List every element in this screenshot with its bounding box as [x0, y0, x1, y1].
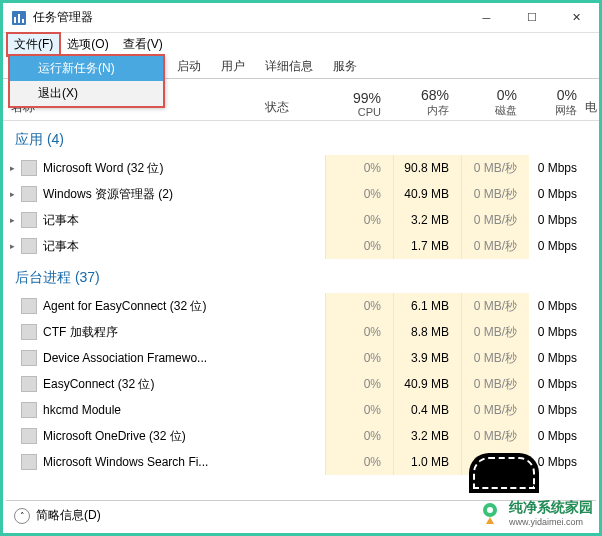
- cell-memory: 1.0 MB: [393, 449, 461, 475]
- col-network[interactable]: 0%网络: [529, 87, 585, 120]
- cell-network: 0 Mbps: [529, 207, 585, 233]
- table-row[interactable]: Device Association Framewo...0%3.9 MB0 M…: [3, 345, 599, 371]
- cell-disk: 0 MB/秒: [461, 233, 529, 259]
- menu-options[interactable]: 选项(O): [60, 33, 115, 56]
- table-row[interactable]: ▸记事本0%1.7 MB0 MB/秒0 Mbps: [3, 233, 599, 259]
- cell-cpu: 0%: [325, 449, 393, 475]
- expand-icon[interactable]: ▸: [3, 215, 21, 225]
- cell-memory: 3.9 MB: [393, 345, 461, 371]
- cell-cpu: 0%: [325, 423, 393, 449]
- process-icon: [21, 402, 37, 418]
- menu-item-run-new-task[interactable]: 运行新任务(N): [10, 56, 163, 81]
- expand-icon[interactable]: ▸: [3, 189, 21, 199]
- section-apps: 应用 (4): [3, 121, 599, 155]
- cell-network: 0 Mbps: [529, 397, 585, 423]
- process-name: CTF 加载程序: [43, 324, 265, 341]
- cell-cpu: 0%: [325, 181, 393, 207]
- menu-view[interactable]: 查看(V): [116, 33, 170, 56]
- process-name: Device Association Framewo...: [43, 351, 265, 365]
- cell-disk: 0 MB/秒: [461, 345, 529, 371]
- cell-cpu: 0%: [325, 155, 393, 181]
- cell-memory: 3.2 MB: [393, 207, 461, 233]
- cell-network: 0 Mbps: [529, 233, 585, 259]
- cell-memory: 6.1 MB: [393, 293, 461, 319]
- table-row[interactable]: ▸记事本0%3.2 MB0 MB/秒0 Mbps: [3, 207, 599, 233]
- cell-memory: 1.7 MB: [393, 233, 461, 259]
- close-button[interactable]: ✕: [554, 3, 599, 32]
- svg-point-5: [487, 507, 493, 513]
- menu-item-exit[interactable]: 退出(X): [10, 81, 163, 106]
- table-row[interactable]: ▸Windows 资源管理器 (2)0%40.9 MB0 MB/秒0 Mbps: [3, 181, 599, 207]
- window-controls: ─ ☐ ✕: [464, 3, 599, 32]
- cell-memory: 3.2 MB: [393, 423, 461, 449]
- cell-disk: 0 MB/秒: [461, 207, 529, 233]
- col-disk[interactable]: 0%磁盘: [461, 87, 529, 120]
- fewer-details-label[interactable]: 简略信息(D): [36, 507, 101, 524]
- table-row[interactable]: CTF 加载程序0%8.8 MB0 MB/秒0 Mbps: [3, 319, 599, 345]
- minimize-button[interactable]: ─: [464, 3, 509, 32]
- svg-rect-2: [18, 14, 20, 23]
- menu-file[interactable]: 文件(F): [7, 33, 60, 56]
- cell-cpu: 0%: [325, 293, 393, 319]
- cell-memory: 8.8 MB: [393, 319, 461, 345]
- cell-memory: 90.8 MB: [393, 155, 461, 181]
- process-name: 记事本: [43, 238, 265, 255]
- tab-startup[interactable]: 启动: [167, 55, 211, 78]
- section-background: 后台进程 (37): [3, 259, 599, 293]
- cell-network: 0 Mbps: [529, 293, 585, 319]
- col-status[interactable]: 状态: [265, 99, 325, 120]
- cell-cpu: 0%: [325, 233, 393, 259]
- cell-memory: 40.9 MB: [393, 181, 461, 207]
- process-name: Agent for EasyConnect (32 位): [43, 298, 265, 315]
- cell-disk: 0 MB/秒: [461, 397, 529, 423]
- tab-services[interactable]: 服务: [323, 55, 367, 78]
- tab-users[interactable]: 用户: [211, 55, 255, 78]
- cell-memory: 40.9 MB: [393, 371, 461, 397]
- cell-cpu: 0%: [325, 319, 393, 345]
- cell-cpu: 0%: [325, 397, 393, 423]
- table-row[interactable]: EasyConnect (32 位)0%40.9 MB0 MB/秒0 Mbps: [3, 371, 599, 397]
- table-row[interactable]: Agent for EasyConnect (32 位)0%6.1 MB0 MB…: [3, 293, 599, 319]
- col-cpu[interactable]: 99%CPU: [325, 90, 393, 120]
- process-icon: [21, 298, 37, 314]
- window-title: 任务管理器: [33, 9, 464, 26]
- watermark-url: www.yidaimei.com: [509, 517, 593, 527]
- cell-cpu: 0%: [325, 207, 393, 233]
- col-memory[interactable]: 68%内存: [393, 87, 461, 120]
- cell-network: 0 Mbps: [529, 423, 585, 449]
- process-name: Microsoft Word (32 位): [43, 160, 265, 177]
- file-menu-dropdown: 运行新任务(N) 退出(X): [9, 55, 164, 107]
- cell-network: 0 Mbps: [529, 345, 585, 371]
- process-name: EasyConnect (32 位): [43, 376, 265, 393]
- process-name: 记事本: [43, 212, 265, 229]
- cell-network: 0 Mbps: [529, 371, 585, 397]
- process-icon: [21, 160, 37, 176]
- tab-details[interactable]: 详细信息: [255, 55, 323, 78]
- title-bar: 任务管理器 ─ ☐ ✕: [3, 3, 599, 33]
- table-row[interactable]: ▸Microsoft Word (32 位)0%90.8 MB0 MB/秒0 M…: [3, 155, 599, 181]
- process-list[interactable]: 应用 (4) ▸Microsoft Word (32 位)0%90.8 MB0 …: [3, 121, 599, 481]
- cell-disk: 0 MB/秒: [461, 319, 529, 345]
- cell-disk: 0 MB/秒: [461, 181, 529, 207]
- process-name: hkcmd Module: [43, 403, 265, 417]
- cell-disk: 0 MB/秒: [461, 423, 529, 449]
- watermark: 纯净系统家园 www.yidaimei.com: [477, 499, 593, 527]
- cell-memory: 0.4 MB: [393, 397, 461, 423]
- col-extra[interactable]: 电: [585, 99, 599, 120]
- table-row[interactable]: hkcmd Module0%0.4 MB0 MB/秒0 Mbps: [3, 397, 599, 423]
- cell-cpu: 0%: [325, 371, 393, 397]
- process-icon: [21, 376, 37, 392]
- process-icon: [21, 454, 37, 470]
- process-icon: [21, 212, 37, 228]
- process-icon: [21, 350, 37, 366]
- process-name: Windows 资源管理器 (2): [43, 186, 265, 203]
- process-name: Microsoft Windows Search Fi...: [43, 455, 265, 469]
- table-row[interactable]: Microsoft OneDrive (32 位)0%3.2 MB0 MB/秒0…: [3, 423, 599, 449]
- cell-network: 0 Mbps: [529, 155, 585, 181]
- expand-icon[interactable]: ▸: [3, 241, 21, 251]
- maximize-button[interactable]: ☐: [509, 3, 554, 32]
- svg-rect-1: [14, 17, 16, 23]
- expand-icon[interactable]: ▸: [3, 163, 21, 173]
- fewer-details-icon[interactable]: ˄: [14, 508, 30, 524]
- cell-disk: 0 MB/秒: [461, 293, 529, 319]
